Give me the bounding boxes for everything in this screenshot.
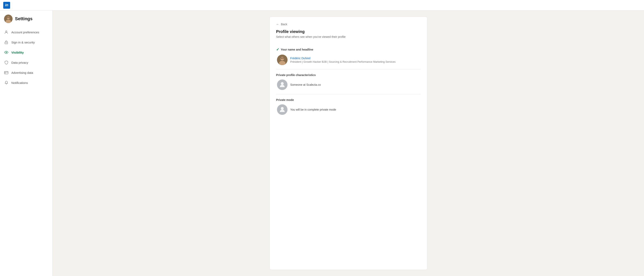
option-description: Someone at Scalezia.co (290, 83, 321, 86)
option-your-name[interactable]: ✓ Your name and headline (276, 43, 421, 69)
avatar (4, 14, 12, 23)
option-label: Private profile characteristics (276, 73, 421, 77)
option-text-block: Frédéric Duhirel Président | Growth Hack… (290, 57, 396, 63)
sidebar: Settings Account preferences Sign in & s… (0, 10, 52, 276)
option-private-characteristics[interactable]: Private profile characteristics Someone … (276, 69, 421, 94)
real-avatar-image (277, 55, 288, 65)
svg-rect-18 (280, 58, 284, 58)
sidebar-item-label: Advertising data (11, 71, 33, 74)
profile-viewing-card: ← Back Profile viewing Select what other… (270, 16, 427, 270)
option-label: ✓ Your name and headline (276, 47, 421, 52)
main-content: ← Back Profile viewing Select what other… (52, 10, 644, 276)
sidebar-header: Settings (0, 14, 52, 27)
svg-point-19 (281, 82, 284, 85)
user-avatar (277, 55, 288, 65)
svg-point-1 (7, 16, 10, 19)
option-content: Frédéric Duhirel Président | Growth Hack… (276, 55, 421, 65)
back-arrow-icon: ← (276, 22, 280, 26)
option-content: Someone at Scalezia.co (276, 79, 421, 90)
option-description: You will be in complete private mode (290, 108, 336, 111)
sidebar-item-account-preferences[interactable]: Account preferences (0, 27, 52, 37)
svg-rect-10 (4, 71, 8, 74)
back-link[interactable]: ← Back (276, 22, 421, 26)
sidebar-item-label: Visibility (11, 51, 24, 54)
user-name: Frédéric Duhirel (290, 57, 396, 60)
card-title: Profile viewing (276, 29, 421, 34)
sidebar-item-notifications[interactable]: Notifications (0, 78, 52, 88)
sidebar-item-visibility[interactable]: Visibility (0, 47, 52, 57)
option-label: Private mode (276, 98, 421, 101)
checkmark-icon: ✓ (276, 47, 279, 52)
svg-point-9 (6, 52, 7, 53)
svg-point-20 (281, 107, 284, 110)
ghost-avatar (277, 79, 288, 90)
ghost-avatar-image-2 (277, 104, 288, 115)
svg-point-6 (6, 31, 7, 32)
card-icon (4, 70, 8, 75)
sidebar-item-sign-in-security[interactable]: Sign in & security (0, 37, 52, 47)
lock-icon (4, 40, 8, 44)
svg-point-14 (280, 57, 284, 60)
option-content: You will be in complete private mode (276, 104, 421, 115)
svg-point-8 (6, 43, 6, 43)
sidebar-item-label: Sign in & security (11, 41, 35, 44)
svg-rect-12 (5, 73, 6, 73)
sidebar-item-advertising-data[interactable]: Advertising data (0, 67, 52, 78)
sidebar-item-data-privacy[interactable]: Data privacy (0, 57, 52, 67)
sidebar-item-label: Data privacy (11, 61, 28, 64)
ghost-avatar-image (277, 79, 288, 90)
sidebar-title: Settings (15, 16, 32, 21)
page-layout: Settings Account preferences Sign in & s… (0, 10, 644, 276)
ghost-avatar-2 (277, 104, 288, 115)
card-subtitle: Select what others see when you've viewe… (276, 35, 421, 38)
person-icon (4, 30, 8, 34)
back-label: Back (281, 23, 287, 26)
sidebar-item-label: Notifications (11, 81, 28, 84)
svg-rect-5 (7, 17, 10, 17)
sidebar-item-label: Account preferences (11, 30, 39, 34)
top-navigation: in (0, 0, 644, 10)
avatar-image (4, 14, 12, 23)
user-description: Président | Growth Hacker B2B | Sourcing… (290, 60, 396, 63)
linkedin-logo[interactable]: in (3, 2, 10, 9)
option-private-mode[interactable]: Private mode You will be in complete pri… (276, 94, 421, 119)
eye-icon (4, 50, 8, 55)
shield-icon (4, 60, 8, 65)
bell-icon (4, 80, 8, 85)
